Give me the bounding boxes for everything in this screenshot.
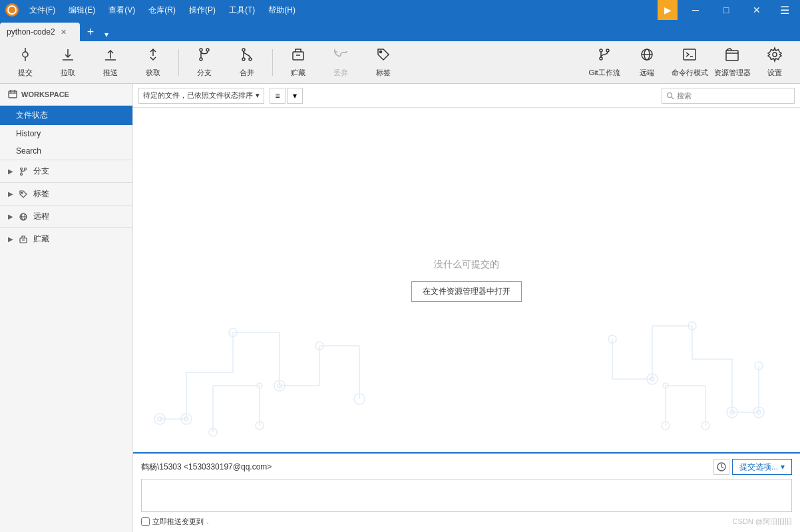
content-area: 待定的文件，已依照文件状态排序 ▾ ≡ ▾ [133, 84, 800, 532]
remote-label: 远端 [640, 68, 654, 78]
sidebar-item-file-status[interactable]: 文件状态 [0, 106, 132, 125]
menu-action[interactable]: 操作(P) [184, 3, 221, 17]
svg-point-10 [206, 49, 209, 51]
svg-point-31 [21, 168, 23, 170]
watermark: CSDN @阿旧旧旧 [733, 517, 792, 527]
remote-section-arrow: ▶ [8, 213, 13, 220]
minimize-button[interactable]: ─ [680, 0, 711, 20]
commit-submit-arrow: ▾ [781, 462, 785, 471]
tag-label: 标签 [376, 68, 391, 78]
app-logo [5, 3, 19, 17]
list-view-button[interactable]: ≡ [270, 88, 286, 104]
svg-point-20 [606, 49, 609, 52]
main-area: WORKSPACE 文件状态 History Search ▶ 分支 ▶ 标签 [0, 84, 800, 532]
toolbar-merge[interactable]: 合并 [227, 44, 267, 81]
discard-icon [333, 47, 349, 65]
commit-author: 鹤杨\15303 <1530330197@qq.com> [141, 462, 272, 473]
pull-label: 拉取 [61, 68, 75, 78]
sidebar-item-search[interactable]: Search [0, 142, 132, 160]
history-clock-icon [716, 462, 727, 472]
svg-point-14 [249, 58, 252, 61]
toolbar-fetch[interactable]: 获取 [133, 44, 173, 81]
view-options-button[interactable]: ▾ [287, 88, 303, 104]
toolbar-branch[interactable]: 分支 [184, 44, 224, 81]
svg-point-0 [23, 52, 28, 57]
branch-section-arrow: ▶ [8, 168, 13, 175]
filter-dropdown[interactable]: 待定的文件，已依照文件状态排序 ▾ [138, 88, 264, 104]
menu-view[interactable]: 查看(V) [103, 3, 140, 17]
branch-section-icon [19, 167, 28, 176]
svg-point-29 [773, 53, 777, 57]
branch-section-label: 分支 [33, 166, 49, 177]
toolbar-commit[interactable]: 提交 [5, 44, 45, 81]
svg-line-42 [672, 97, 674, 99]
pull-icon [60, 47, 76, 65]
commit-header: 鹤杨\15303 <1530330197@qq.com> 提交选项... ▾ [141, 459, 792, 475]
push-icon [102, 47, 118, 65]
stash-label: 贮藏 [291, 68, 305, 78]
search-input[interactable] [677, 92, 790, 100]
gitflow-icon [596, 47, 612, 65]
toolbar-discard: 丢弃 [321, 44, 361, 81]
menu-bar: 文件(F) 编辑(E) 查看(V) 仓库(R) 操作(P) 工具(T) 帮助(H… [24, 3, 658, 17]
empty-message: 没什么可提交的 [434, 259, 499, 271]
toolbar-explorer[interactable]: 资源管理器 [712, 44, 752, 81]
menu-repo[interactable]: 仓库(R) [143, 3, 181, 17]
fetch-label: 获取 [146, 68, 160, 78]
branch-icon [196, 47, 212, 65]
commit-message-input[interactable] [141, 479, 792, 512]
open-explorer-button[interactable]: 在文件资源管理器中打开 [411, 281, 522, 302]
commit-actions: 提交选项... ▾ [713, 459, 792, 475]
svg-point-8 [200, 49, 202, 51]
svg-point-18 [380, 51, 382, 53]
toolbar-remote[interactable]: 远端 [627, 44, 667, 81]
toolbar-push[interactable]: 推送 [91, 44, 130, 81]
toolbar-settings[interactable]: 设置 [755, 44, 795, 81]
branch-label: 分支 [197, 68, 212, 78]
new-tab-button[interactable]: + [81, 23, 100, 41]
sidebar-item-history[interactable]: History [0, 125, 132, 142]
settings-label: 设置 [767, 68, 782, 78]
explorer-label: 资源管理器 [714, 68, 751, 78]
tab-bar: python-code2 ✕ + ▾ [0, 20, 800, 41]
svg-point-19 [600, 49, 602, 52]
svg-point-13 [242, 58, 245, 61]
gitflow-label: Git工作流 [588, 68, 620, 78]
maximize-button[interactable]: □ [711, 0, 741, 20]
toolbar-gitflow[interactable]: Git工作流 [584, 44, 624, 81]
settings-icon [767, 47, 783, 65]
workspace-header: WORKSPACE [0, 84, 132, 106]
push-link[interactable]: - [206, 518, 209, 526]
discard-label: 丢弃 [333, 68, 348, 78]
commit-submit-label: 提交选项... [739, 462, 778, 473]
close-button[interactable]: ✕ [741, 0, 772, 20]
remote-icon [639, 47, 655, 65]
commit-icon [17, 47, 33, 65]
push-checkbox[interactable] [141, 517, 150, 526]
menu-file[interactable]: 文件(F) [24, 3, 61, 17]
menu-help[interactable]: 帮助(H) [263, 3, 301, 17]
tab-dropdown-button[interactable]: ▾ [100, 28, 113, 41]
menu-tools[interactable]: 工具(T) [224, 3, 260, 17]
commit-history-button[interactable] [713, 459, 729, 475]
sidebar: WORKSPACE 文件状态 History Search ▶ 分支 ▶ 标签 [0, 84, 133, 532]
menu-edit[interactable]: 编辑(E) [63, 3, 100, 17]
filter-arrow-icon: ▾ [256, 91, 260, 100]
workspace-label: WORKSPACE [21, 90, 69, 98]
tab-close-button[interactable]: ✕ [59, 27, 69, 37]
toolbar-terminal[interactable]: 命令行模式 [670, 44, 709, 81]
sidebar-section-branch[interactable]: ▶ 分支 [0, 160, 132, 182]
notification-icon[interactable]: ▶ [658, 0, 678, 20]
toolbar-stash[interactable]: 贮藏 [278, 44, 318, 81]
stash-section-label: 贮藏 [33, 233, 49, 245]
hamburger-menu[interactable]: ☰ [775, 0, 795, 20]
toolbar-pull[interactable]: 拉取 [48, 44, 88, 81]
sidebar-section-remote[interactable]: ▶ 远程 [0, 205, 132, 227]
sidebar-section-tag[interactable]: ▶ 标签 [0, 182, 132, 205]
sidebar-section-stash[interactable]: ▶ 贮藏 [0, 227, 132, 250]
toolbar-tag[interactable]: 标签 [363, 44, 403, 81]
tab-python-code2[interactable]: python-code2 ✕ [0, 23, 80, 41]
svg-rect-30 [9, 91, 17, 98]
terminal-label: 命令行模式 [672, 68, 708, 78]
commit-submit-button[interactable]: 提交选项... ▾ [732, 459, 792, 475]
